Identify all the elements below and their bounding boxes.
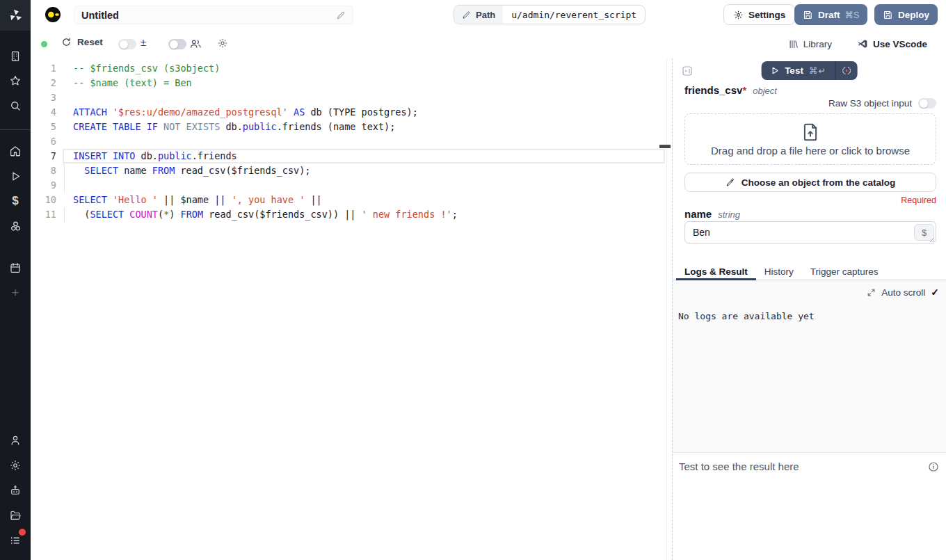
test-button-group: Test ⌘↵ — [761, 61, 858, 80]
name-input[interactable] — [684, 221, 936, 243]
code-line[interactable]: 5CREATE TABLE IF NOT EXISTS db.public.fr… — [31, 120, 672, 134]
code-text: (SELECT COUNT(*) FROM read_csv($friends_… — [63, 207, 458, 222]
info-icon[interactable] — [928, 461, 939, 472]
sidebar-item-account[interactable] — [0, 431, 31, 449]
sidebar-item-more[interactable]: + — [0, 284, 31, 302]
code-text: SELECT name FROM read_csv($friends_csv); — [63, 163, 310, 178]
code-line[interactable]: 3 — [31, 90, 672, 105]
sidebar-item-workspace[interactable] — [0, 47, 31, 65]
sidebar-item-resources[interactable] — [0, 217, 31, 235]
gear-icon — [733, 10, 744, 20]
code-line[interactable]: 10SELECT 'Hello ' || $name || ', you hav… — [31, 193, 672, 207]
robot-icon — [9, 484, 22, 497]
required-label: Required — [684, 195, 936, 205]
code-text: -- $friends_csv (s3object) — [63, 61, 220, 76]
editor-settings-icon[interactable] — [217, 38, 228, 49]
users-icon — [189, 38, 202, 50]
overview-ruler-cursor-mark — [659, 145, 671, 148]
code-line[interactable]: 1-- $friends_csv (s3object) — [31, 61, 672, 76]
play-icon — [10, 170, 22, 182]
choose-object-catalog-button[interactable]: Choose an object from the catalog — [684, 173, 936, 192]
plus-minus-icon: ± — [141, 36, 146, 48]
autoscroll-control[interactable]: Auto scroll ✓ — [867, 287, 939, 298]
result-placeholder: Test to see the result here — [679, 461, 799, 472]
code-line[interactable]: 11 (SELECT COUNT(*) FROM read_csv($frien… — [31, 207, 672, 222]
draft-shortcut: ⌘S — [845, 10, 860, 20]
toggle-knob — [120, 40, 128, 49]
raw-s3-toggle[interactable] — [918, 98, 936, 109]
file-upload-icon — [800, 122, 821, 143]
library-button[interactable]: Library — [788, 39, 832, 49]
use-vscode-button[interactable]: Use VScode — [857, 38, 927, 49]
sidebar-item-workers[interactable] — [0, 481, 31, 499]
path-label: Path — [476, 10, 495, 20]
tab-logs-result[interactable]: Logs & Result — [676, 263, 756, 280]
home-icon — [9, 145, 22, 157]
sidebar-item-folders[interactable] — [0, 506, 31, 525]
diff-toggle[interactable] — [118, 39, 136, 49]
sidebar-item-audit-logs[interactable] — [0, 531, 31, 550]
line-number: 7 — [31, 149, 63, 163]
collapse-panel-icon[interactable] — [682, 65, 693, 77]
search-icon — [9, 99, 22, 112]
building-icon — [9, 50, 22, 63]
library-icon — [788, 39, 799, 49]
windmill-logo-icon — [8, 8, 23, 23]
sidebar-item-home[interactable] — [0, 142, 31, 160]
required-asterisk: * — [742, 84, 746, 96]
tab-trigger-captures[interactable]: Trigger captures — [802, 263, 887, 280]
code-text — [63, 178, 73, 193]
logs-empty-message: No logs are available yet — [678, 311, 815, 321]
reset-label: Reset — [77, 37, 103, 47]
test-button[interactable]: Test ⌘↵ — [761, 61, 835, 80]
multiplayer-toggle[interactable] — [168, 39, 186, 49]
sidebar-item-runs[interactable] — [0, 167, 31, 185]
path-edit-button[interactable]: Path — [454, 6, 503, 24]
topbar: Untitled Path u/admin/reverent_script Se… — [31, 0, 946, 29]
catalog-button-label: Choose an object from the catalog — [741, 177, 895, 188]
code-line[interactable]: 9 — [31, 178, 672, 193]
pencil-icon — [462, 10, 471, 19]
edit-title-pencil-icon[interactable] — [336, 10, 346, 20]
code-line[interactable]: 8 SELECT name FROM read_csv($friends_csv… — [31, 163, 672, 178]
code-line[interactable]: 2-- $name (text) = Ben — [31, 76, 672, 90]
deploy-button[interactable]: Deploy — [874, 4, 938, 25]
expand-icon — [867, 288, 876, 297]
tab-history[interactable]: History — [756, 263, 802, 280]
line-number: 8 — [31, 163, 63, 178]
sidebar-item-variables[interactable]: $ — [0, 192, 31, 210]
refresh-icon — [61, 37, 72, 47]
code-text — [63, 134, 73, 149]
pipette-icon — [725, 177, 735, 187]
sidebar-item-schedules[interactable] — [0, 259, 31, 277]
deploy-label: Deploy — [898, 10, 929, 20]
test-panel: Test ⌘↵ friends_csv* object Raw S3 objec… — [673, 58, 946, 560]
code-text: CREATE TABLE IF NOT EXISTS db.public.fri… — [63, 120, 395, 134]
code-line[interactable]: 7INSERT INTO db.public.friends — [31, 149, 672, 163]
result-area: Test to see the result here — [673, 452, 946, 560]
sidebar-item-search[interactable] — [0, 97, 31, 115]
capture-test-button[interactable] — [836, 61, 858, 80]
reset-button[interactable]: Reset — [61, 37, 103, 47]
code-line[interactable]: 6 — [31, 134, 672, 149]
file-dropzone[interactable]: Drag and drop a file here or click to br… — [684, 113, 936, 165]
dollar-icon: $ — [12, 194, 18, 208]
sidebar-item-favorites[interactable] — [0, 72, 31, 90]
vscode-icon — [857, 38, 868, 49]
code-editor[interactable]: 1-- $friends_csv (s3object)2-- $name (te… — [31, 58, 672, 560]
save-icon — [883, 10, 893, 20]
play-icon — [770, 66, 779, 75]
path-control[interactable]: Path u/admin/reverent_script — [454, 5, 646, 24]
friends-csv-label-row: friends_csv* object — [684, 84, 936, 96]
script-title-input[interactable]: Untitled — [74, 6, 353, 24]
settings-button[interactable]: Settings — [723, 4, 795, 25]
gear-icon — [9, 459, 22, 472]
sidebar-item-settings[interactable] — [0, 456, 31, 474]
draft-button[interactable]: Draft ⌘S — [794, 4, 867, 25]
resize-handle-icon[interactable] — [929, 237, 935, 243]
status-dot — [41, 41, 47, 47]
folder-icon — [9, 509, 22, 522]
test-label: Test — [785, 65, 803, 76]
windmill-logo[interactable] — [0, 0, 31, 31]
code-line[interactable]: 4ATTACH '$res:u/demo/amazed_postgresql' … — [31, 105, 672, 120]
